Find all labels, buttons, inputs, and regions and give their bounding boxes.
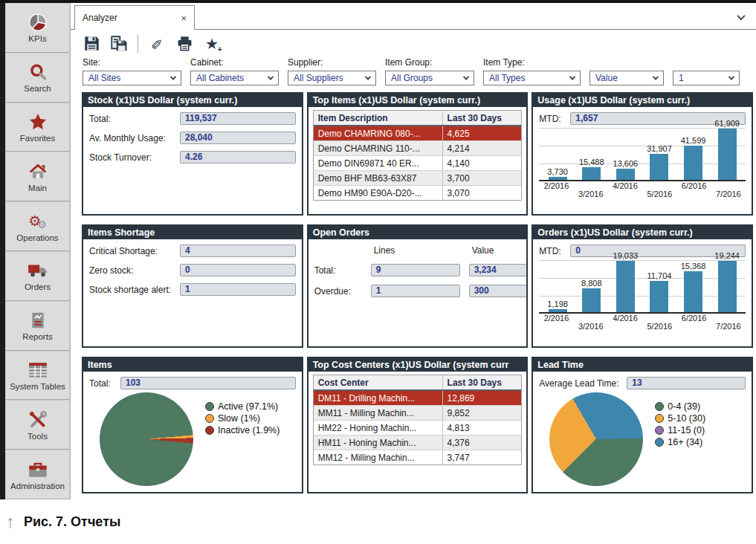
overdue-value-field[interactable]: 300 [469,285,529,297]
items-total-field[interactable]: 103 [120,377,296,389]
sidebar-item-label: Administration [10,482,65,490]
sidebar-item-search[interactable]: Search [5,53,70,103]
stock-monthly-usage-field[interactable]: 28,040 [180,132,296,144]
x-axis-label: 3/2016 [574,322,608,342]
sidebar-item-administration[interactable]: Administration [5,450,70,499]
site-dropdown[interactable]: All Sites [83,71,181,85]
item-type-dropdown[interactable]: All Types [483,71,581,85]
panel-title: Top Items (x1)US Dollar (system curr.) [308,94,527,107]
bar-value-label: 15,368 [681,262,706,271]
chevron-down-icon [463,74,469,80]
tab-analyzer[interactable]: Analyzer × [74,5,195,30]
x-axis: 2/20163/20164/20165/20166/20167/2016 [539,181,746,201]
panel-items: Items Total: 103 Active (97.1%)Slow (1%)… [82,357,303,493]
chevron-down-icon [569,74,575,80]
dropdown-value: All Groups [391,73,433,83]
zero-stock-field[interactable]: 0 [180,264,296,276]
sidebar-item-tools[interactable]: Tools [5,400,70,450]
edit-pencil-icon[interactable]: ✎ [148,35,166,53]
sidebar-item-kpis[interactable]: KPIs [5,3,70,53]
panel-title: Usage (x1)US Dollar (system curr.) [533,94,752,107]
overdue-lines-field[interactable]: 1 [371,285,460,297]
stock-total-field[interactable]: 119,537 [180,112,296,125]
table-row[interactable]: HM11 - Honing Machin...4,376 [314,435,522,450]
table-header: Cost CenterLast 30 Days [314,375,522,391]
tab-bar: Analyzer × [71,3,756,30]
usage-bar-chart: 3,73015,48813,60631,90741,59961,9092/201… [539,128,746,201]
table-row[interactable]: DM11 - Drilling Machin...12,869 [314,391,522,406]
tools-icon [28,409,48,430]
field-label: MTD: [539,114,570,124]
bar-value-label: 31,907 [647,144,672,153]
tab-label: Analyzer [83,13,117,23]
chevron-down-icon [170,74,176,80]
item-group-dropdown[interactable]: All Groups [385,71,474,85]
add-favorite-icon[interactable]: ★+ [203,35,221,53]
sidebar-item-system-tables[interactable]: System Tables [5,351,70,401]
x-axis-label: 6/2016 [676,181,711,201]
sidebar-item-reports[interactable]: Reports [5,301,70,351]
field-label: Critical Shortage: [89,246,180,256]
print-icon[interactable] [175,35,193,53]
tab-list-chevron-icon[interactable] [738,10,744,23]
sidebar-item-label: KPIs [28,34,46,43]
bar-value-label: 8,808 [581,279,602,288]
bar [616,169,635,180]
save-as-icon[interactable] [110,35,128,53]
average-lead-time-field[interactable]: 13 [627,377,746,389]
total-value-field[interactable]: 3,234 [469,264,529,276]
table-row[interactable]: Demo DIN69871 40 ER...4,140 [314,156,522,171]
sidebar-item-favorites[interactable]: Favorites [5,103,70,152]
sidebar-item-orders[interactable]: Orders [5,251,70,301]
table-row[interactable]: Demo CHAMRING 080-...4,625 [314,126,522,141]
star-icon [28,111,48,132]
table-row[interactable]: MM12 - Milling Machin...3,747 [314,450,522,464]
table-row[interactable]: Demo HM90 E90A-D20-...3,070 [314,186,522,200]
panel-orders: Orders (x1)US Dollar (system curr.) MTD:… [532,224,753,348]
filter-bar: Site:All SitesCabinet:All CabinetsSuppli… [71,57,756,85]
measure-dropdown[interactable]: Value [589,71,664,85]
table-row[interactable]: Demo CHAMRING 110-...4,214 [314,141,522,156]
bar [616,261,635,312]
total-lines-field[interactable]: 9 [371,264,460,276]
critical-shortage-field[interactable]: 4 [180,245,296,257]
bar-group: 1,198 [540,299,575,312]
stock-shortage-alert-field[interactable]: 1 [180,283,296,296]
panel-title: Top Cost Centers (x1)US Dollar (system c… [308,358,527,372]
sidebar-item-operations[interactable]: ⚙⚙Operations [5,201,70,251]
field-label: Average Lead Time: [539,378,627,389]
filter-label-site: Site: [83,57,181,71]
legend-item: 0-4 (39) [655,401,705,412]
bar-group: 19,033 [609,251,643,312]
bar [582,167,601,180]
table-row[interactable]: MM11 - Milling Machin...9,852 [314,406,522,421]
panel-items-shortage: Items Shortage Critical Shortage: 4 Zero… [82,224,303,348]
cost-centers-table: Cost CenterLast 30 DaysDM11 - Drilling M… [313,375,523,465]
panel-title: Stock (x1)US Dollar (system curr.) [83,94,302,107]
table-row[interactable]: HM22 - Honing Machin...4,813 [314,421,522,435]
bar-group: 13,606 [609,159,643,180]
save-icon[interactable] [83,35,100,53]
dropdown-value: 1 [679,73,684,83]
bar-group: 31,907 [642,144,676,180]
supplier-dropdown[interactable]: All Suppliers [288,71,376,85]
dropdown-value: All Types [489,73,525,83]
panel-usage: Usage (x1)US Dollar (system curr.) MTD: … [532,92,753,216]
top-items-table: Item DescriptionLast 30 DaysDemo CHAMRIN… [313,110,523,201]
period-dropdown[interactable]: 1 [673,71,740,85]
tab-close-icon[interactable]: × [181,13,187,23]
legend-item: Slow (1%) [205,413,280,424]
column-header-lines: Lines [371,245,460,256]
sidebar-item-label: Tools [28,432,48,441]
field-label: Overdue: [314,286,362,297]
bar-value-label: 19,244 [714,251,740,260]
stock-turnover-field[interactable]: 4.26 [180,151,296,163]
table-row[interactable]: Demo BHF MB63-63X873,700 [314,171,522,186]
orders-bar-chart: 1,1988,80819,03311,70415,36819,2442/2016… [539,260,746,334]
dropdown-value: All Cabinets [196,73,244,83]
legend-dot [655,414,664,423]
dashboard: Stock (x1)US Dollar (system curr.) Total… [82,92,753,499]
cabinet-dropdown[interactable]: All Cabinets [190,71,279,85]
report-icon [28,310,48,331]
sidebar-item-main[interactable]: Main [5,152,70,201]
